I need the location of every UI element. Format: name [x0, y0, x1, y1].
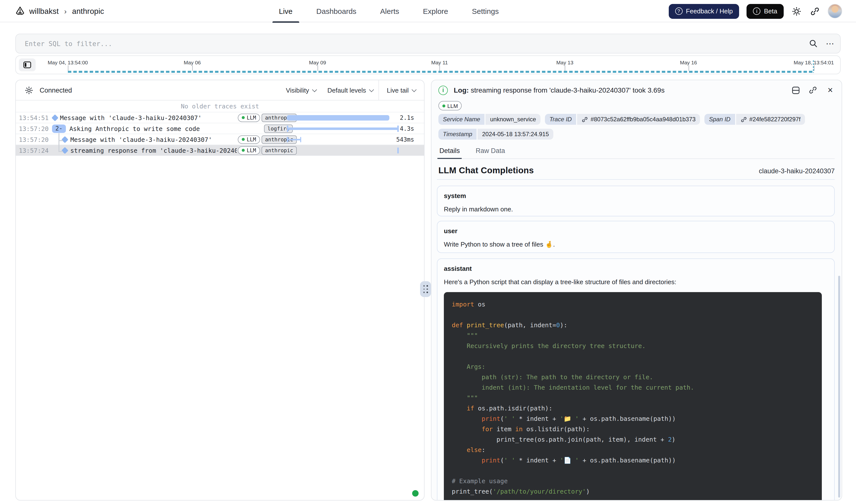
collapse-count-badge[interactable]: 2-: [52, 124, 66, 133]
tree-connector: [58, 151, 63, 152]
no-older-traces-notice: No older traces exist: [16, 101, 424, 112]
trace-row[interactable]: 13:54:51 Message with 'claude-3-haiku-20…: [16, 112, 424, 123]
tab-settings[interactable]: Settings: [466, 0, 505, 22]
breadcrumb: willbakst › anthropic: [15, 0, 104, 22]
beta-button[interactable]: i Beta: [747, 4, 784, 19]
question-circle-icon: ?: [675, 7, 682, 15]
trace-row[interactable]: 13:57:20 Message with 'claude-3-haiku-20…: [16, 134, 424, 145]
duration-bar[interactable]: [287, 115, 389, 120]
live-tail-dropdown[interactable]: Live tail: [379, 80, 424, 100]
message-role: user: [444, 227, 828, 235]
trace-list: 13:54:51 Message with 'claude-3-haiku-20…: [16, 112, 424, 156]
tab-alerts[interactable]: Alerts: [374, 0, 406, 22]
chevron-down-icon: [412, 87, 417, 92]
span-diamond-icon: [62, 136, 68, 143]
log-title: Log: streaming response from 'claude-3-h…: [454, 86, 784, 94]
top-navigation-bar: willbakst › anthropic Live Dashboards Al…: [0, 0, 856, 22]
gear-icon[interactable]: [23, 85, 34, 95]
span-id-chip[interactable]: Span ID #24fe5822720f297f: [704, 114, 805, 125]
service-name-chip: Service Name unknown_service: [438, 114, 540, 125]
message-content: Here's a Python script that can display …: [444, 278, 828, 286]
message-card-user: user Write Python to show a tree of file…: [437, 221, 835, 253]
theme-toggle-icon[interactable]: [791, 6, 802, 17]
timeline-tick: [688, 65, 689, 71]
timestamp-chip: Timestamp 2024-05-18 13:57:24.915: [438, 129, 553, 140]
message-card-assistant: assistant Here's a Python script that ca…: [437, 258, 835, 501]
python-code-block[interactable]: import os def print_tree(path, indent=0)…: [444, 292, 822, 501]
breadcrumb-org[interactable]: willbakst: [29, 7, 59, 16]
visibility-dropdown[interactable]: Visibility: [280, 80, 321, 100]
timeline-now-marker[interactable]: [813, 60, 814, 73]
duration-tick: [397, 147, 399, 153]
green-dot-icon: [242, 116, 245, 119]
logfire-logo-icon[interactable]: [15, 6, 25, 16]
info-icon: i: [438, 85, 448, 95]
feedback-help-button[interactable]: ? Feedback / Help: [668, 4, 739, 19]
trace-id-chip[interactable]: Trace ID #8073c52a62ffb9ba05c4aa948d01b3…: [545, 114, 700, 125]
timeline-label: May 09: [309, 59, 326, 65]
tab-live[interactable]: Live: [273, 0, 299, 22]
default-levels-dropdown[interactable]: Default levels: [321, 80, 379, 100]
span-diamond-icon: [62, 147, 68, 154]
more-options-icon[interactable]: ⋯: [826, 39, 834, 48]
model-name: claude-3-haiku-20240307: [759, 167, 835, 175]
span-metadata-row: Service Name unknown_service Trace ID #8…: [438, 114, 805, 125]
timeline-label: May 06: [184, 59, 201, 65]
scrollbar-thumb[interactable]: [838, 276, 840, 498]
panel-resize-handle[interactable]: [420, 281, 431, 297]
duration-span-bar[interactable]: [287, 137, 301, 142]
share-link-icon[interactable]: [809, 6, 820, 17]
trace-label: Message with 'claude-3-haiku-20240307': [70, 136, 212, 143]
tree-connector: [58, 140, 63, 141]
llm-badge: LLM: [238, 135, 260, 144]
message-card-system: system Reply in markdown one.: [437, 186, 835, 216]
detail-tabs: Details Raw Data: [438, 146, 835, 159]
llm-badge: LLM: [238, 113, 260, 122]
user-avatar[interactable]: [828, 4, 842, 18]
timeline-tick: [440, 65, 440, 71]
main-nav-tabs: Live Dashboards Alerts Explore Settings: [273, 0, 516, 22]
trace-label: Asking Anthropic to write some code: [69, 125, 200, 132]
close-icon[interactable]: ×: [825, 85, 836, 95]
timeline-tick: [565, 65, 565, 71]
llm-badge: LLM: [238, 146, 260, 155]
connection-status: Connected: [40, 86, 72, 94]
duration-span-bar[interactable]: [287, 125, 399, 132]
search-icon[interactable]: [808, 38, 819, 49]
collapse-panel-icon[interactable]: [19, 58, 36, 71]
traces-toolbar: Connected Visibility Default levels Live…: [16, 80, 424, 101]
section-divider: [437, 179, 835, 180]
timeline-label: May 13: [556, 59, 573, 65]
trace-row[interactable]: 13:57:20 2- Asking Anthropic to write so…: [16, 123, 424, 134]
trace-duration: 543ms: [396, 136, 414, 143]
breadcrumb-separator: ›: [64, 7, 67, 15]
tag-badge: anthropic: [262, 146, 297, 155]
trace-duration: 4.3s: [400, 125, 414, 132]
green-dot-icon: [242, 138, 245, 141]
message-content: Write Python to show a tree of files 🤞.: [444, 240, 828, 248]
log-detail-panel: i Log: streaming response from 'claude-3…: [431, 80, 842, 501]
copy-link-icon[interactable]: [807, 85, 818, 95]
green-dot-icon: [442, 104, 446, 107]
timeline-tick: [317, 65, 318, 71]
trace-label: Message with 'claude-3-haiku-20240307': [60, 114, 202, 121]
time-range-bar[interactable]: May 04, 13:54:00 May 06 May 09 May 11 Ma…: [15, 55, 841, 74]
span-diamond-icon: [52, 114, 58, 121]
message-role: system: [444, 192, 828, 199]
live-tail-indicator: [412, 490, 419, 497]
trace-time: 13:57:24: [19, 146, 49, 154]
trace-time: 13:54:51: [19, 114, 49, 121]
chevron-down-icon: [369, 87, 374, 92]
panel-layout-icon[interactable]: [790, 85, 801, 95]
app-window: willbakst › anthropic Live Dashboards Al…: [0, 0, 856, 504]
tab-raw-data[interactable]: Raw Data: [475, 146, 506, 158]
tab-details[interactable]: Details: [438, 146, 461, 158]
trace-time: 13:57:20: [19, 136, 49, 143]
message-content: Reply in markdown one.: [444, 205, 828, 213]
trace-row-selected[interactable]: 13:57:24 streaming response from 'claude…: [16, 145, 424, 156]
breadcrumb-project[interactable]: anthropic: [72, 7, 104, 16]
sql-filter-bar[interactable]: Enter SQL to filter... ⋯: [15, 34, 841, 53]
tab-dashboards[interactable]: Dashboards: [310, 0, 363, 22]
tab-explore[interactable]: Explore: [417, 0, 455, 22]
info-circle-icon: i: [753, 7, 761, 15]
